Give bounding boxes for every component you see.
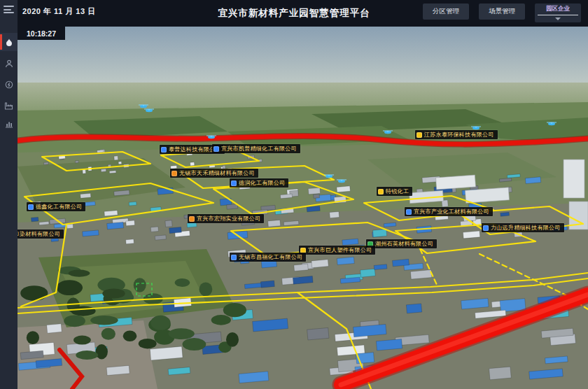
company-label-text: 宜兴市宏翔实业有限公司 — [197, 216, 260, 222]
company-label-text: 德鑫化工有限公司 — [36, 204, 82, 210]
left-sidebar — [0, 0, 18, 389]
app-window: 泰普达科技有限公司宜兴市凯普精细化工有限公司无锡市天禾精细材料有限公司德润化工有… — [0, 0, 588, 389]
factory-icon — [4, 101, 13, 110]
map-canvas — [18, 27, 588, 389]
menu-icon[interactable] — [4, 6, 14, 13]
company-marker-icon — [161, 147, 167, 153]
company-label-text: 宜兴市产业化工材料有限公司 — [414, 209, 489, 215]
company-label-text: 特锐化工 — [386, 189, 409, 194]
company-marker-icon — [406, 209, 412, 215]
sidebar-item-user[interactable] — [0, 55, 18, 73]
company-marker-icon — [172, 171, 177, 176]
partition-manage-button[interactable]: 分区管理 — [423, 3, 469, 20]
company-label-text: 无锡市天禾精细材料有限公司 — [179, 171, 255, 176]
dropdown-label: 园区企业 — [546, 5, 570, 13]
company-label-text: 宜兴市凯普精细化工有限公司 — [221, 146, 297, 152]
chevron-down-icon — [555, 17, 561, 20]
dropdown-divider — [538, 15, 578, 15]
company-label[interactable]: 特锐化工 — [377, 187, 412, 196]
company-marker-icon — [214, 146, 219, 152]
company-marker-icon — [378, 189, 384, 194]
bar-chart-icon — [5, 120, 13, 128]
company-label[interactable]: 无锡市天禾精细材料有限公司 — [170, 169, 258, 178]
park-enterprise-dropdown[interactable]: 园区企业 — [535, 3, 581, 22]
company-marker-icon — [416, 132, 422, 138]
energy-icon — [5, 80, 13, 89]
sidebar-item-chart[interactable] — [0, 115, 18, 133]
company-marker-icon — [483, 225, 489, 231]
company-label[interactable]: 力山远升精细科技有限公司 — [482, 223, 564, 232]
time-text: 10:18:27 — [27, 29, 56, 38]
company-marker-icon — [231, 181, 237, 186]
company-label[interactable]: 无锡市昌福化工有限公司 — [230, 253, 306, 262]
company-label-text: 德润化工有限公司 — [239, 181, 285, 186]
company-marker-icon — [189, 216, 195, 222]
company-label-text: 力山远升精细科技有限公司 — [491, 225, 561, 231]
company-label-text: 潮州石英材料有限公司 — [375, 241, 433, 247]
company-marker-icon — [28, 204, 34, 210]
time-panel: 10:18:27 — [18, 27, 65, 40]
company-label[interactable]: 潮州石英材料有限公司 — [366, 239, 437, 248]
company-label[interactable]: 宜兴市凯普精细化工有限公司 — [212, 144, 300, 153]
company-label[interactable]: 德润化工有限公司 — [230, 178, 288, 188]
sidebar-item-energy[interactable] — [0, 76, 18, 94]
company-marker-icon — [231, 255, 237, 260]
company-label[interactable]: 宜兴市宏翔实业有限公司 — [188, 214, 264, 223]
top-bar: 2020 年 11 月 13 日 宜兴市新材料产业园智慧管理平台 分区管理 场景… — [0, 0, 588, 27]
sidebar-item-factory[interactable] — [0, 97, 18, 115]
sidebar-item-fire[interactable] — [0, 33, 18, 51]
user-icon — [5, 59, 13, 68]
company-label[interactable]: 宜兴市产业化工材料有限公司 — [405, 207, 493, 216]
company-label[interactable]: 德鑫化工有限公司 — [27, 202, 85, 211]
fire-icon — [5, 38, 13, 47]
company-label[interactable]: 江苏永泰环保科技有限公司 — [415, 130, 498, 139]
company-label-text: 江苏永泰环保科技有限公司 — [424, 132, 494, 138]
map-3d-viewport[interactable] — [18, 27, 588, 389]
company-label-text: 宜兴市巨人塑件有限公司 — [308, 248, 372, 253]
scene-manage-button[interactable]: 场景管理 — [479, 3, 525, 20]
company-label-text: 无锡市昌福化工有限公司 — [239, 255, 302, 260]
company-label[interactable]: 宜兴市巨人塑件有限公司 — [299, 246, 375, 255]
